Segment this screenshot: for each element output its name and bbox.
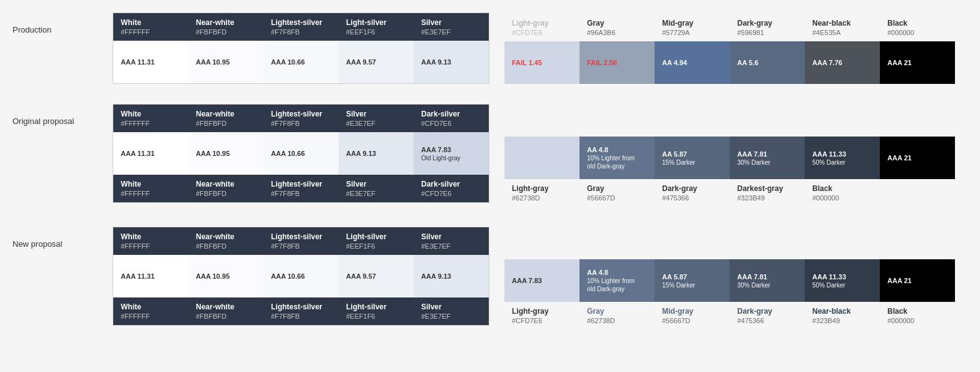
swatch-prod-light-silver: AAA 9.57 xyxy=(339,41,414,83)
swatch-prod-mid-gray: AA 4.94 xyxy=(655,41,730,84)
header-lightest-silver: Lightest-silver #F7F8FB xyxy=(263,13,339,41)
header-white: White #FFFFFF xyxy=(113,13,188,41)
footer-orig-gray: Gray #56667D xyxy=(579,179,655,207)
swatch-new-light-silver: AAA 9.57 xyxy=(339,255,414,297)
swatch-prod-lightest-silver: AAA 10.66 xyxy=(263,41,339,83)
footer-new-dark-gray: Dark-gray #475366 xyxy=(730,302,805,329)
swatch-new-dark-gray2: AAA 7.81 30% Darker xyxy=(730,259,805,302)
swatch-new-lightest-silver: AAA 10.66 xyxy=(263,255,339,297)
footer-new-light-gray: Light-gray #CFD7E6 xyxy=(504,302,579,329)
new-proposal-label: New proposal xyxy=(13,227,113,249)
header-mid-gray: Mid-gray #57729A xyxy=(655,14,730,41)
header-light-gray: Light-gray #CFD7E6 xyxy=(504,14,579,41)
footer-new-near-white: Near-white #FBFBFD xyxy=(188,297,263,325)
header-orig-white: White #FFFFFF xyxy=(113,105,188,132)
header-orig-lightest-silver: Lightest-silver #F7F8FB xyxy=(263,105,339,132)
new-proposal-section: New proposal White #FFFFFF Near-white #F… xyxy=(13,227,967,329)
swatch-orig-dark-gray2: AAA 7.81 30% Darker xyxy=(730,137,805,179)
footer-orig-dark-silver: Dark-silver #CFD7E6 xyxy=(414,175,489,202)
swatch-prod-black: AAA 21 xyxy=(880,41,955,84)
footer-orig-darkest-gray: Darkest-gray #323B49 xyxy=(730,179,805,207)
footer-orig-silver: Silver #E3E7EF xyxy=(339,175,414,202)
footer-new-silver: Silver #E3E7EF xyxy=(414,297,489,325)
swatch-prod-near-white: AAA 10.95 xyxy=(188,41,263,83)
swatch-new-near-white: AAA 10.95 xyxy=(188,255,263,297)
header-new-near-white: Near-white #FBFBFD xyxy=(188,227,263,255)
footer-orig-lightest-silver: Lightest-silver #F7F8FB xyxy=(263,175,339,202)
swatch-orig-gray2: AA 4.8 10% Lighter from old Dark-gray xyxy=(579,137,655,179)
header-near-white: Near-white #FBFBFD xyxy=(188,13,263,41)
footer-new-gray: Gray #62738D xyxy=(579,302,655,329)
header-new-white: White #FFFFFF xyxy=(113,227,188,255)
swatch-new-silver: AAA 9.13 xyxy=(414,255,489,297)
header-orig-silver: Silver #E3E7EF xyxy=(339,105,414,132)
swatch-orig-silver: AAA 9.13 xyxy=(339,132,414,175)
swatch-orig-white: AAA 11.31 xyxy=(113,132,188,175)
header-black: Black #000000 xyxy=(880,14,955,41)
swatch-orig-skip xyxy=(504,137,579,179)
swatch-new-gray2: AA 4.8 10% Lighter from old Dark-gray xyxy=(579,259,655,302)
footer-orig-dark-gray: Dark-gray #475366 xyxy=(655,179,730,207)
swatch-new-darkest-gray: AAA 11.33 50% Darker xyxy=(805,259,880,302)
swatch-new-white: AAA 11.31 xyxy=(113,255,188,297)
header-light-silver: Light-silver #EEF1F6 xyxy=(339,13,414,41)
swatch-prod-white: AAA 11.31 xyxy=(113,41,188,83)
swatch-orig-darkest-gray: AAA 11.33 50% Darker xyxy=(805,137,880,179)
footer-new-black: Black #000000 xyxy=(880,302,955,329)
swatch-orig-lightest-silver: AAA 10.66 xyxy=(263,132,339,175)
swatch-orig-near-white: AAA 10.95 xyxy=(188,132,263,175)
header-orig-near-white: Near-white #FBFBFD xyxy=(188,105,263,132)
header-dark-gray: Dark-gray #596981 xyxy=(730,14,805,41)
swatch-prod-dark-gray: AA 5.6 xyxy=(730,41,805,84)
swatch-orig-dark-silver: AAA 7.83 Old Light-gray xyxy=(414,132,489,175)
footer-new-mid-gray: Mid-gray #56667D xyxy=(655,302,730,329)
footer-new-light-silver: Light-silver #EEF1F6 xyxy=(339,297,414,325)
original-proposal-section: Original proposal White #FFFFFF Near-whi… xyxy=(13,104,967,207)
header-orig-dark-silver: Dark-silver #CFD7E6 xyxy=(414,105,489,132)
footer-orig-white: White #FFFFFF xyxy=(113,175,188,202)
header-new-light-silver: Light-silver #EEF1F6 xyxy=(339,227,414,255)
header-new-lightest-silver: Lightest-silver #F7F8FB xyxy=(263,227,339,255)
original-proposal-label: Original proposal xyxy=(13,104,113,126)
footer-orig-black: Black #000000 xyxy=(805,179,880,207)
footer-new-white: White #FFFFFF xyxy=(113,297,188,325)
swatch-new-mid-gray2: AA 5.87 15% Darker xyxy=(655,259,730,302)
footer-orig-near-white: Near-white #FBFBFD xyxy=(188,175,263,202)
swatch-prod-light-gray: FAIL 1.45 xyxy=(504,41,579,84)
header-new-silver: Silver #E3E7EF xyxy=(414,227,489,255)
header-near-black: Near-black #4E535A xyxy=(805,14,880,41)
header-silver: Silver #E3E7EF xyxy=(414,13,489,41)
swatch-prod-gray: FAIL 2.56 xyxy=(579,41,655,84)
production-label: Production xyxy=(13,13,113,34)
swatch-prod-near-black: AAA 7.76 xyxy=(805,41,880,84)
swatch-new-light-gray: AAA 7.83 xyxy=(504,259,579,302)
swatch-orig-black: AAA 21 xyxy=(880,137,955,179)
swatch-prod-silver: AAA 9.13 xyxy=(414,41,489,83)
swatch-orig-mid-gray2: AA 5.87 15% Darker xyxy=(655,137,730,179)
header-gray: Gray #96A3B6 xyxy=(579,14,655,41)
footer-new-near-black: Near-black #323B49 xyxy=(805,302,880,329)
production-section: Production White #FFFFFF Near-white #FBF… xyxy=(13,13,967,84)
swatch-new-black: AAA 21 xyxy=(880,259,955,302)
footer-new-lightest-silver: Lightest-silver #F7F8FB xyxy=(263,297,339,325)
footer-orig-light-gray: Light-gray #62738D xyxy=(504,179,579,207)
